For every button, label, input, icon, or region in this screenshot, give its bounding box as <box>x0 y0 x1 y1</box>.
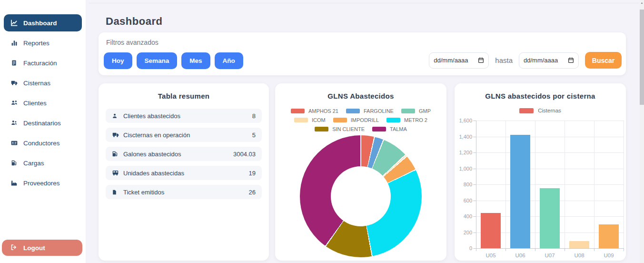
sidebar-item-label: Clientes <box>23 100 47 107</box>
y-axis-tick-label: 1,200 <box>454 150 472 155</box>
legend-item-impodrill[interactable]: IMPODRILL <box>333 117 379 123</box>
sidebar-item-dashboard[interactable]: Dashboard <box>4 14 82 31</box>
y-axis-tick-label: 400 <box>454 213 472 219</box>
legend-swatch <box>346 109 360 113</box>
donut-chart-card: GLNS Abastecidos AMPHOS 21FARGOLINEGMPIC… <box>275 83 446 261</box>
bar-u09 <box>599 224 619 248</box>
id-card-icon <box>10 139 18 147</box>
donut-chart-title: GLNS Abastecidos <box>275 92 446 100</box>
summary-row-galones-abastecidos: Galones abastecidos3004.03 <box>106 147 262 161</box>
sidebar-nav: DashboardReportesFacturaciónCisternasCli… <box>0 0 86 192</box>
sidebar-item-label: Facturación <box>23 60 57 67</box>
gridline <box>476 121 624 121</box>
invoice-icon <box>10 59 18 67</box>
truck-icon <box>10 79 18 87</box>
calendar-icon[interactable] <box>568 57 574 63</box>
y-axis-tick-label: 0 <box>454 245 472 251</box>
y-axis-tick-label: 800 <box>454 182 472 187</box>
bar-legend-swatch <box>519 108 534 113</box>
filter-hoy-button[interactable]: Hoy <box>104 52 132 69</box>
legend-swatch <box>333 118 347 122</box>
legend-item-gmp[interactable]: GMP <box>401 108 431 114</box>
summary-row-label: Galones abastecidos <box>123 151 181 158</box>
legend-item-amphos-21[interactable]: AMPHOS 21 <box>291 108 338 114</box>
summary-row-ticket-emitidos: Ticket emitidos26 <box>106 185 262 199</box>
sidebar-item-cargas[interactable]: Cargas <box>4 154 82 172</box>
x-tick-mark <box>535 248 535 251</box>
filters-title: Filtros avanzados <box>106 39 159 46</box>
legend-swatch <box>291 109 305 113</box>
filters-card: Filtros avanzados HoySemanaMesAño dd/mm/… <box>99 32 626 75</box>
bar-u08 <box>569 241 589 248</box>
filter-semana-button[interactable]: Semana <box>137 52 178 69</box>
legend-label: FARGOLINE <box>364 108 394 114</box>
bar-chart-legend: Cisternas <box>455 108 626 113</box>
filter-mes-button[interactable]: Mes <box>181 52 210 69</box>
bar-legend-label: Cisternas <box>538 108 561 113</box>
search-button[interactable]: Buscar <box>585 52 622 69</box>
legend-label: SIN CLIENTE <box>332 126 365 132</box>
y-axis-tick-label: 600 <box>454 198 472 203</box>
gridline <box>476 137 624 137</box>
logout-button[interactable]: Logout <box>2 240 82 256</box>
summary-card-title: Tabla resumen <box>99 92 269 100</box>
summary-row-unidades-abastecidas: Unidades abastecidas19 <box>106 166 262 180</box>
sidebar-item-proveedores[interactable]: Proveedores <box>4 174 82 192</box>
logout-icon <box>10 244 17 252</box>
bar-u07 <box>540 188 560 248</box>
industry-icon <box>10 179 18 187</box>
sidebar-item-destinatarios[interactable]: Destinatarios <box>4 114 82 132</box>
x-tick-mark <box>565 248 565 251</box>
legend-item-metro-2[interactable]: METRO 2 <box>386 117 427 123</box>
x-tick-mark <box>594 248 594 251</box>
summary-card: Tabla resumen Clientes abastecidos8Cisct… <box>99 83 269 261</box>
legend-item-talma[interactable]: TALMA <box>372 126 407 132</box>
date-to-placeholder: dd/mm/aaaa <box>524 57 558 64</box>
calendar-icon[interactable] <box>478 57 484 63</box>
scrollbar-up-arrow-icon[interactable]: ▲ <box>640 1 644 4</box>
sidebar-item-cisternas[interactable]: Cisternas <box>4 74 82 91</box>
legend-label: TALMA <box>390 126 407 132</box>
y-axis-tick-label: 1,600 <box>454 118 472 123</box>
summary-rows: Clientes abastecidos8Ciscternas en opera… <box>106 109 262 199</box>
bar-chart-title: GLNS abastecidos por cisterna <box>455 92 626 100</box>
date-to-input[interactable]: dd/mm/aaaa <box>519 52 579 69</box>
legend-item-fargoline[interactable]: FARGOLINE <box>346 108 394 114</box>
bar-u05 <box>481 213 501 248</box>
y-axis-tick-label: 200 <box>454 230 472 235</box>
summary-row-label: Unidades abastecidas <box>123 170 184 177</box>
legend-item-sin-cliente[interactable]: SIN CLIENTE <box>315 126 365 132</box>
filter-ano-button[interactable]: Año <box>215 52 243 69</box>
legend-item-icom[interactable]: ICOM <box>294 117 326 123</box>
legend-swatch <box>372 127 386 132</box>
summary-row-value: 19 <box>249 170 256 177</box>
range-separator-label: hasta <box>495 56 513 64</box>
gridline <box>535 121 535 248</box>
sidebar-item-facturacion[interactable]: Facturación <box>4 54 82 71</box>
bar-chart-plot-area: 02004006008001,0001,2001,4001,600U05U06U… <box>476 121 624 248</box>
x-axis-tick-label: U06 <box>505 253 535 258</box>
sidebar-item-conductores[interactable]: Conductores <box>4 134 82 152</box>
x-tick-mark <box>624 248 624 251</box>
page-title: Dashboard <box>106 15 162 28</box>
file-icon <box>112 189 119 195</box>
logout-label: Logout <box>23 244 45 252</box>
date-from-input[interactable]: dd/mm/aaaa <box>429 52 489 69</box>
summary-row-ciscternas-en-operacion: Ciscternas en operación5 <box>106 128 262 142</box>
content-top-divider <box>89 3 639 3</box>
vertical-scrollbar[interactable]: ▲ <box>640 0 644 263</box>
sidebar-item-reportes[interactable]: Reportes <box>4 34 82 51</box>
donut-chart-legend: AMPHOS 21FARGOLINEGMPICOMIMPODRILLMETRO … <box>282 108 440 132</box>
scrollbar-thumb[interactable] <box>640 10 644 105</box>
legend-label: GMP <box>419 108 431 114</box>
sidebar-item-label: Cisternas <box>23 80 50 87</box>
sidebar-item-clientes[interactable]: Clientes <box>4 94 82 111</box>
users-icon <box>10 99 18 107</box>
quick-filter-buttons: HoySemanaMesAño <box>104 52 243 69</box>
bar-u06 <box>510 135 530 248</box>
chart-line-icon <box>10 19 18 27</box>
gridline <box>476 184 624 185</box>
gridline <box>476 169 624 169</box>
legend-label: AMPHOS 21 <box>308 108 338 114</box>
gridline <box>476 121 476 248</box>
